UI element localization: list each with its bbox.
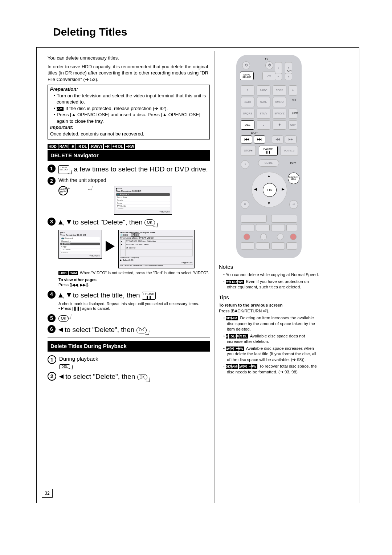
tips-header: Tips — [219, 294, 319, 301]
note-item: +R+R DL+RW Even if you have set protecti… — [223, 279, 319, 290]
step-number: 6 — [48, 325, 56, 333]
function-menu-icon: FUNCTION MENU — [58, 186, 68, 196]
remote-pause-button[interactable]: PAUSE❚❚ — [259, 146, 278, 156]
tip-item: HDDRAM-RW(V)+RW To recover total disc sp… — [223, 364, 319, 375]
step-number: 1 — [48, 355, 56, 364]
pb-step-1: 1 During playback DEL — [48, 355, 210, 369]
tips-list: HDDRAM Deleting an item increases the av… — [219, 315, 319, 375]
step-6: 6 to select "Delete", then OK — [48, 325, 210, 335]
step-number: 4 — [48, 291, 56, 299]
step-6-text: to select "Delete", then — [63, 326, 136, 333]
prep-item: Press [▲ OPEN/CLOSE] and insert a disc. … — [54, 112, 207, 124]
step-5: 5 OK — [48, 314, 210, 322]
preparation-header: Preparation: — [50, 86, 207, 93]
remote-nav-ring[interactable]: ▲ ▼ ◀ ▶ OK — [252, 172, 287, 207]
step-4-note2: • Press [❚❚] again to cancel. — [58, 306, 199, 311]
step-number: 3 — [48, 218, 56, 226]
remote-function-menu-button[interactable]: FUNCTION MENU — [288, 173, 299, 184]
tip-return-header: To return to the previous screen — [219, 303, 283, 307]
tip-item: -R-R DL+R+R DL Available disc space does… — [223, 333, 319, 345]
pb-step-2: 2 to select "Delete", then OK — [48, 372, 210, 381]
step-3-text: to select "Delete", then — [71, 218, 145, 226]
pb-step-2-text: to select "Delete", then — [64, 373, 137, 380]
step-2: 2 With the unit stopped FUNCTION MENU ▮H… — [48, 177, 210, 215]
page-title: Deleting Titles — [53, 26, 127, 38]
important-header: Important: — [50, 124, 207, 131]
osd-function-menu-delete: ▮HDD Time Remaining 30:00 DR 📺 Playback … — [58, 230, 102, 259]
step-2-text: With the unit stopped — [58, 177, 106, 183]
preparation-box: Preparation: Turn on the television and … — [48, 85, 210, 139]
step-number: 2 — [48, 372, 56, 381]
step-3-note: HDDRAM When "VIDEO" is not selected, pre… — [58, 271, 210, 276]
left-column: You can delete unnecessary titles. In or… — [37, 51, 215, 503]
delete-navigator-header: DELETE Navigator — [48, 150, 210, 161]
prep-item: Turn on the television and select the vi… — [54, 93, 207, 105]
tip-return-text: Press [BACK/RETURN ⏎]. — [219, 309, 269, 313]
right-column: TV ⏻ ⏻ + ∧ CH DRIVE SELECT AV − ∨ 1 2ABC… — [215, 51, 323, 503]
notes-header: Notes — [219, 263, 319, 271]
step-3: 3 , to select "Delete", then OK — [48, 218, 210, 227]
step-1-text: a few times to select the HDD or DVD dri… — [74, 165, 208, 173]
remote-skip-next-button[interactable]: ▶▶| — [254, 135, 265, 143]
pause-icon: PAUSE❚❚ — [142, 292, 156, 300]
prep-item: RAM If the disc is protected, release pr… — [54, 105, 207, 112]
remote-ok-button[interactable]: OK — [263, 183, 277, 197]
intro-text-2: In order to save HDD capacity, it is rec… — [48, 64, 210, 83]
tip-item: HDDRAM Deleting an item increases the av… — [223, 315, 319, 332]
remote-skip-prev-button[interactable]: |◀◀ — [241, 135, 252, 143]
osd-function-menu: ▮HDD Time Remaining 30:00 DR 📺 Playback … — [114, 186, 172, 215]
tip-item: -RW(V)+RW Available disc space increases… — [223, 346, 319, 363]
page-number: 32 — [42, 489, 53, 498]
step-1: 1 DRIVE SELECT a few times to select the… — [48, 165, 210, 174]
step-4: 4 , to select the title, then PAUSE❚❚ A … — [48, 291, 210, 311]
view-other-pages-tx: Press [|◀◀, ▶▶|]. — [58, 283, 89, 287]
arrow-right-icon — [106, 241, 115, 252]
note-item: You cannot delete while copying at Norma… — [223, 272, 319, 278]
step-number: 1 — [48, 165, 56, 173]
remote-drive-select-button[interactable]: DRIVE SELECT — [240, 72, 254, 80]
view-other-pages-hd: To view other pages — [58, 278, 97, 282]
media-tags: HDDRAM-R-R DL-RW(V)+R+R DL+RW — [48, 143, 210, 150]
step-4-note1: A check mark is displayed. Repeat this s… — [58, 301, 199, 307]
step-4-text: to select the title, then — [71, 291, 142, 299]
pb-step-1-text: During playback — [59, 356, 98, 362]
intro-text-1: You can delete unnecessary titles. — [48, 55, 210, 61]
step-number: 5 — [48, 314, 56, 322]
remote-del-button[interactable]: DEL — [241, 120, 254, 130]
osd-delete-navigator-list: DELETE Navigator Grouped Titles 💿 HDD VI… — [118, 230, 195, 268]
step-number: 2 — [48, 177, 56, 185]
delete-during-playback-header: Delete Titles During Playback — [48, 341, 210, 352]
notes-list: You cannot delete while copying at Norma… — [219, 272, 319, 290]
important-text: Once deleted, contents cannot be recover… — [50, 131, 207, 137]
remote-control: TV ⏻ ⏻ + ∧ CH DRIVE SELECT AV − ∨ 1 2ABC… — [236, 55, 302, 258]
